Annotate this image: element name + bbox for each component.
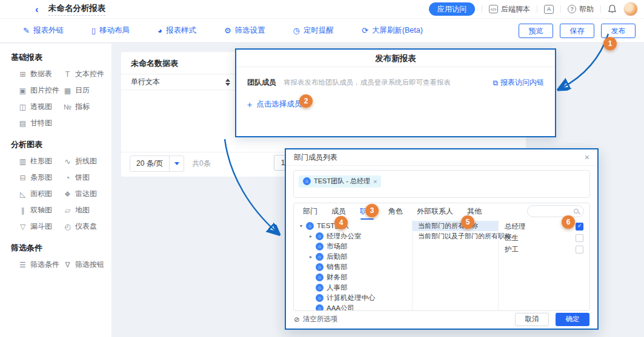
publish-button[interactable]: 发布 — [601, 24, 636, 38]
divider — [482, 5, 482, 13]
preview-button[interactable]: 预览 — [519, 24, 553, 38]
line-chart-icon: ∿ — [64, 157, 71, 166]
save-button[interactable]: 保存 — [560, 24, 594, 38]
job-title-label: 医生 — [505, 234, 519, 243]
sidebar-item-funnel-chart[interactable]: ▽漏斗图 — [19, 221, 64, 232]
checkbox[interactable] — [576, 234, 583, 242]
item-label: 甘特图 — [30, 118, 52, 128]
sidebar-item-radar-chart[interactable]: ❖雷达图 — [64, 189, 111, 199]
top-header: ‹ 未命名分析报表 应用访问 </> 后端脚本 A ? 帮助 — [0, 0, 644, 19]
sidebar-item-map[interactable]: ▱地图 — [64, 205, 111, 215]
toolbar-item-filter-settings[interactable]: ⚙ 筛选设置 — [224, 25, 265, 36]
app-access-button[interactable]: 应用访问 — [429, 2, 475, 16]
caret-right-icon[interactable]: ▸ — [310, 254, 316, 260]
scope-option-with-subdepartments[interactable]: 当前部门以及子部门的所有职称 — [413, 231, 498, 241]
section-title-filter-conditions: 筛选条件 — [0, 243, 111, 254]
org-icon: ⌂ — [316, 263, 324, 271]
tree-item-logistics[interactable]: ▸⌂后勤部 — [294, 252, 412, 262]
caret-down-icon[interactable]: ▾ — [300, 223, 306, 229]
calendar-icon: ▦ — [64, 87, 71, 95]
language-icon[interactable]: A — [544, 5, 554, 14]
toolbar-label: 报表样式 — [166, 25, 196, 36]
department-tree: ▾⌂TEST团队 ▸⌂经理办公室 ⌂市场部 ▸⌂后勤部 ⌂销售部 ⌂财务部 ⌂人… — [294, 220, 413, 310]
clear-selection-link[interactable]: ⊘ 清空所选项 — [294, 315, 337, 324]
sidebar-item-filter-condition[interactable]: ☰筛选条件 — [19, 260, 64, 270]
bar-chart-icon: ⊟ — [19, 174, 27, 182]
bell-icon[interactable] — [608, 4, 617, 14]
tab-role[interactable]: 角色 — [388, 206, 403, 217]
sidebar-item-bar-chart[interactable]: ⊟条形图 — [19, 172, 64, 183]
toolbar-item-report-style[interactable]: ◕ 报表样式 — [158, 25, 196, 36]
tree-label: 后勤部 — [327, 252, 348, 261]
sidebar-item-text-widget[interactable]: T文本控件 — [64, 69, 111, 79]
org-icon: ⌂ — [316, 232, 324, 240]
sidebar-item-gantt[interactable]: ▤甘特图 — [19, 118, 64, 128]
sidebar-item-gauge[interactable]: ◴仪表盘 — [64, 221, 111, 232]
item-label: 地图 — [75, 205, 90, 215]
toolbar-label: 移动布局 — [99, 25, 130, 36]
sidebar-item-column-chart[interactable]: ▥柱形图 — [19, 156, 64, 166]
sidebar-item-calendar[interactable]: ▦日历 — [64, 85, 111, 96]
sidebar-item-area-chart[interactable]: ◺面积图 — [19, 189, 64, 199]
back-icon[interactable]: ‹ — [35, 4, 39, 15]
tree-item-test-team[interactable]: ▾⌂TEST团队 — [294, 221, 412, 231]
page-title[interactable]: 未命名分析报表 — [48, 3, 106, 16]
tab-department[interactable]: 部门 — [303, 206, 317, 217]
map-icon: ▱ — [64, 206, 71, 215]
select-members-label: 点击选择成员 — [256, 99, 302, 110]
search-icon — [574, 209, 579, 214]
tree-item-sales[interactable]: ⌂销售部 — [294, 262, 412, 272]
toolbar-item-timed-reminder[interactable]: ◷ 定时提醒 — [293, 25, 334, 36]
checkbox[interactable] — [576, 246, 583, 254]
help-button[interactable]: ? 帮助 — [568, 4, 594, 15]
column-header-single-line-text[interactable]: 单行文本 — [131, 77, 160, 87]
user-avatar[interactable] — [623, 2, 638, 16]
search-input[interactable] — [531, 206, 574, 216]
report-access-link-label: 报表访问内链 — [500, 77, 544, 88]
sidebar-item-dual-axis-chart[interactable]: ∥双轴图 — [19, 205, 64, 215]
toolbar-item-screen-refresh[interactable]: ⟳ 大屏刷新(Beta) — [362, 25, 423, 36]
scope-column: 当前部门的所有职称 当前部门以及子部门的所有职称 — [413, 220, 499, 310]
tab-external-contacts[interactable]: 外部联系人 — [417, 206, 453, 217]
sidebar-item-filter-button[interactable]: ∇筛选按钮 — [64, 260, 111, 270]
filter-items: ☰筛选条件 ∇筛选按钮 — [0, 260, 111, 270]
filter-button-icon: ∇ — [64, 261, 71, 269]
tree-item-computer-center[interactable]: ⌂计算机处理中心 — [294, 293, 412, 303]
selected-member-chip[interactable]: ⌂ TEST团队 - 总经理 × — [299, 175, 381, 188]
close-icon[interactable]: × — [585, 152, 589, 162]
department-member-modal: 部门成员列表 × ⌂ TEST团队 - 总经理 × 部门 成员 职称 角色 外部… — [285, 148, 599, 330]
toolbar-item-report-external-link[interactable]: ✎ 报表外链 — [23, 25, 64, 36]
sidebar-item-data-table[interactable]: ⊞数据表 — [19, 69, 64, 79]
sidebar-item-line-chart[interactable]: ∿折线图 — [64, 156, 111, 166]
tree-label: 经理办公室 — [327, 232, 362, 241]
tab-member[interactable]: 成员 — [331, 206, 346, 217]
tree-item-marketing[interactable]: ⌂市场部 — [294, 241, 412, 252]
step-badge-1: 1 — [603, 37, 617, 50]
job-title-nurse[interactable]: 护工 — [499, 244, 589, 255]
sidebar-item-pie-chart[interactable]: ◔饼图 — [64, 172, 111, 183]
page-size-select[interactable]: 20 条/页 — [130, 155, 184, 172]
tree-item-hr[interactable]: ⌂人事部 — [294, 283, 412, 293]
chip-close-icon[interactable]: × — [373, 178, 377, 185]
tab-other[interactable]: 其他 — [467, 206, 482, 217]
sort-icon[interactable] — [225, 79, 230, 86]
backend-script-button[interactable]: </> 后端脚本 — [489, 4, 530, 15]
select-members-link[interactable]: + 点击选择成员 — [247, 99, 544, 110]
tree-item-finance[interactable]: ⌂财务部 — [294, 272, 412, 283]
scope-option-current-department[interactable]: 当前部门的所有职称 — [413, 221, 498, 231]
caret-right-icon[interactable]: ▸ — [310, 234, 316, 239]
confirm-button[interactable]: 确定 — [556, 313, 589, 326]
sidebar-item-image-widget[interactable]: ▣图片控件 — [19, 85, 64, 96]
sidebar-item-indicator[interactable]: №指标 — [64, 102, 111, 112]
toolbar-item-mobile-layout[interactable]: ▯ 移动布局 — [91, 25, 130, 36]
cancel-button[interactable]: 取消 — [515, 313, 549, 326]
tree-item-manager-office[interactable]: ▸⌂经理办公室 — [294, 231, 412, 241]
help-label: 帮助 — [579, 4, 594, 15]
area-chart-icon: ◺ — [19, 190, 27, 198]
report-access-link[interactable]: ⧉ 报表访问内链 — [493, 77, 544, 88]
pagination: 20 条/页 共0条 — [130, 155, 211, 172]
sidebar-item-pivot[interactable]: ◫透视图 — [19, 102, 64, 112]
checkbox-checked[interactable] — [576, 223, 583, 231]
job-title-doctor[interactable]: 医生 — [499, 232, 589, 244]
job-title-general-manager[interactable]: 总经理 — [499, 221, 589, 232]
